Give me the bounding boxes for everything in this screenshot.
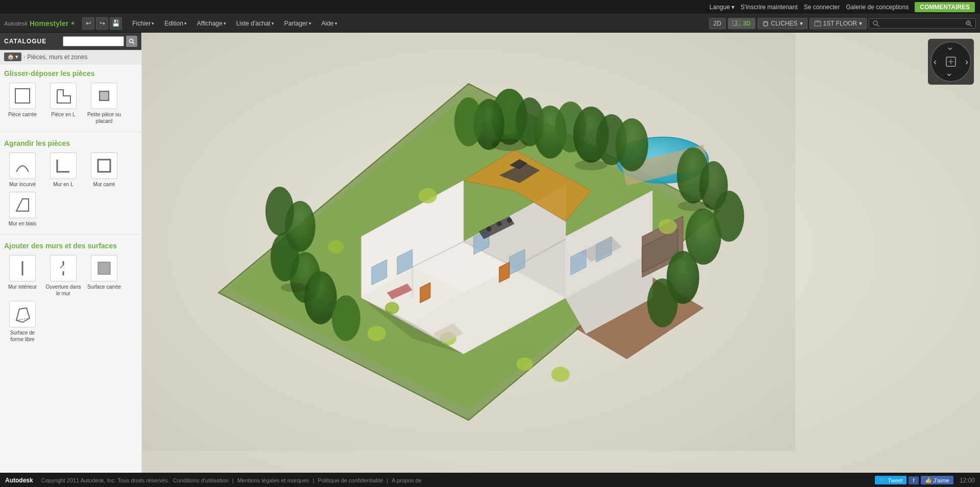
svg-point-91 bbox=[281, 283, 309, 292]
svg-rect-15 bbox=[100, 91, 109, 100]
svg-point-80 bbox=[419, 188, 437, 203]
compass-right-button[interactable]: › bbox=[965, 57, 968, 67]
undo-button[interactable]: ↩ bbox=[82, 17, 94, 30]
piece-carree-item[interactable]: Pièce carrée bbox=[4, 83, 41, 124]
svg-point-6 bbox=[873, 21, 877, 25]
svg-point-95 bbox=[507, 218, 512, 223]
home-breadcrumb[interactable]: 🏠 ▾ bbox=[4, 53, 21, 61]
compass-down-button[interactable]: › bbox=[944, 73, 955, 76]
twitter-button[interactable]: 🐦 Tweet bbox=[875, 476, 906, 484]
cliches-button[interactable]: CLICHES ▾ bbox=[757, 18, 807, 29]
catalogue-header: CATALOGUE bbox=[0, 33, 141, 50]
facebook-like-button[interactable]: 👍 J'aime bbox=[921, 476, 953, 484]
galerie-link[interactable]: Galerie de conceptions bbox=[846, 4, 909, 11]
sincrire-link[interactable]: S'inscrire maintenant bbox=[741, 4, 798, 11]
top-navigation: Langue ▾ S'inscrire maintenant Se connec… bbox=[0, 0, 980, 14]
mur-en-biais-item[interactable]: Mur en biais bbox=[4, 192, 41, 227]
surface-carree-item[interactable]: Surface carrée bbox=[86, 255, 122, 297]
mur-carre-label: Mur carré bbox=[93, 181, 115, 188]
search-input[interactable] bbox=[881, 20, 963, 27]
floor-icon bbox=[814, 20, 821, 27]
svg-marker-17 bbox=[16, 199, 29, 211]
petite-piece-item[interactable]: Petite pièce ou placard bbox=[86, 83, 122, 124]
mur-interieur-icon bbox=[9, 255, 36, 281]
autodesk-footer-logo: Autodesk bbox=[5, 477, 33, 484]
canvas-area[interactable]: ‹ › ‹ › bbox=[142, 33, 980, 473]
mentions-link[interactable]: Mentions légales et marques bbox=[237, 477, 309, 483]
edition-menu[interactable]: Edition ▾ bbox=[160, 18, 191, 29]
save-button[interactable]: 💾 bbox=[110, 17, 122, 30]
piece-carree-label: Pièce carrée bbox=[8, 111, 37, 118]
svg-rect-22 bbox=[98, 262, 110, 274]
redo-button[interactable]: ↪ bbox=[96, 17, 108, 30]
svg-point-86 bbox=[328, 240, 344, 253]
svg-rect-1 bbox=[737, 20, 741, 25]
wall-items-grid: Mur incurvé Mur en L bbox=[4, 152, 137, 227]
breadcrumb: 🏠 ▾ › Pièces, murs et zones bbox=[0, 50, 141, 64]
svg-point-2 bbox=[764, 22, 768, 26]
house-isometric-view bbox=[142, 33, 795, 451]
main-content: CATALOGUE 🏠 ▾ › Pièces, murs et zones bbox=[0, 33, 980, 473]
mur-en-biais-icon bbox=[9, 192, 36, 218]
connecter-link[interactable]: Se connecter bbox=[804, 4, 840, 11]
floor-button[interactable]: 1ST FLOOR ▾ bbox=[810, 18, 867, 29]
surface-carree-label: Surface carrée bbox=[87, 284, 121, 290]
chevron-down-icon: ▾ bbox=[184, 21, 187, 26]
mur-en-biais-label: Mur en biais bbox=[9, 220, 36, 227]
catalogue-search-button[interactable] bbox=[126, 36, 137, 47]
catalogue-search-input[interactable] bbox=[63, 36, 124, 46]
apropos-link[interactable]: A propos de bbox=[391, 477, 422, 483]
svg-rect-16 bbox=[98, 160, 110, 172]
svg-point-94 bbox=[497, 221, 502, 226]
breadcrumb-separator: › bbox=[23, 54, 25, 60]
chevron-down-icon: ▾ bbox=[859, 20, 862, 27]
zoom-in-icon bbox=[965, 20, 972, 27]
chevron-down-icon: ▾ bbox=[272, 21, 274, 26]
commentaires-button[interactable]: COMMENTAIRES bbox=[915, 2, 975, 12]
conditions-link[interactable]: Conditions d'utilisation bbox=[173, 477, 229, 483]
mur-en-l-item[interactable]: Mur en L bbox=[45, 152, 82, 188]
fichier-menu[interactable]: Fichier ▾ bbox=[128, 18, 158, 29]
affichage-menu[interactable]: Affichage ▾ bbox=[193, 18, 230, 29]
sidebar: CATALOGUE 🏠 ▾ › Pièces, murs et zones bbox=[0, 33, 142, 473]
surface-forme-libre-label: Surface de forme libre bbox=[4, 329, 41, 343]
divider-2 bbox=[0, 234, 141, 235]
camera-icon bbox=[762, 20, 769, 27]
chevron-down-icon: ▾ bbox=[224, 21, 226, 26]
compass-left-button[interactable]: ‹ bbox=[934, 57, 937, 67]
mur-carre-icon bbox=[91, 152, 117, 179]
chevron-down-icon: ▾ bbox=[731, 4, 734, 11]
navigation-compass[interactable]: ‹ › ‹ › bbox=[928, 39, 974, 85]
mur-interieur-item[interactable]: Mur intérieur bbox=[4, 255, 41, 297]
section-title-walls: Ajouter des murs et des surfaces bbox=[4, 242, 137, 250]
partager-menu[interactable]: Partager ▾ bbox=[280, 18, 315, 29]
piece-en-l-item[interactable]: Pièce en L bbox=[45, 83, 82, 124]
2d-view-button[interactable]: 2D bbox=[709, 18, 726, 29]
search-icon bbox=[129, 38, 135, 44]
confidentialite-link[interactable]: Politique de confidentialité bbox=[318, 477, 383, 483]
ouverture-mur-item[interactable]: Ouverture dans le mur bbox=[45, 255, 82, 297]
aide-menu[interactable]: Aide ▾ bbox=[317, 18, 341, 29]
search-area bbox=[869, 18, 976, 29]
surface-forme-libre-item[interactable]: Surface de forme libre bbox=[4, 301, 41, 343]
home-icon: 🏠 bbox=[7, 54, 14, 60]
time-display: 12:00 bbox=[960, 477, 975, 484]
langue-dropdown[interactable]: Langue ▾ bbox=[709, 4, 734, 11]
mur-en-l-label: Mur en L bbox=[53, 181, 73, 188]
social-icons: 🐦 Tweet f 👍 J'aime 12:00 bbox=[875, 476, 975, 484]
compass-up-button[interactable]: ‹ bbox=[944, 47, 955, 50]
svg-point-89 bbox=[575, 160, 607, 170]
3d-view-button[interactable]: 3D bbox=[728, 18, 755, 29]
liste-achat-menu[interactable]: Liste d'achat ▾ bbox=[232, 18, 278, 29]
svg-line-13 bbox=[133, 42, 134, 44]
piece-en-l-label: Pièce en L bbox=[51, 111, 75, 118]
compass-center[interactable] bbox=[946, 57, 956, 67]
move-icon bbox=[948, 59, 954, 65]
mur-incurve-item[interactable]: Mur incurvé bbox=[4, 152, 41, 188]
svg-point-87 bbox=[658, 219, 677, 234]
mur-carre-item[interactable]: Mur carré bbox=[86, 152, 122, 188]
like-icon: 👍 bbox=[925, 477, 932, 483]
mur-incurve-label: Mur incurvé bbox=[9, 181, 36, 188]
svg-point-79 bbox=[265, 187, 294, 236]
svg-line-21 bbox=[60, 265, 63, 268]
